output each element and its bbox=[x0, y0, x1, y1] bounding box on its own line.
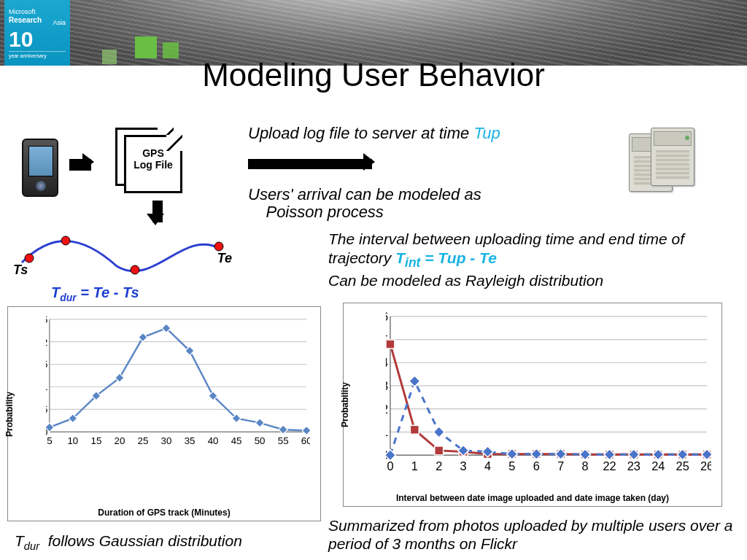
svg-text:45: 45 bbox=[231, 435, 242, 446]
svg-text:0.1: 0.1 bbox=[386, 425, 388, 438]
slide-title: Modeling User Behavior bbox=[0, 57, 747, 93]
svg-text:25: 25 bbox=[138, 435, 149, 446]
gaussian-chart: Probability Duration of GPS track (Minut… bbox=[7, 306, 321, 521]
upload-caption: Upload log file to server at time Tup bbox=[248, 124, 500, 143]
svg-text:55: 55 bbox=[278, 435, 289, 446]
slide-header: Microsoft Research Asia 10 year annivers… bbox=[0, 0, 747, 66]
svg-text:5: 5 bbox=[47, 435, 52, 446]
phone-icon bbox=[22, 139, 58, 197]
server-icon bbox=[623, 128, 703, 197]
rayleigh-chart: Probability Interval between date image … bbox=[343, 303, 722, 507]
svg-point-3 bbox=[214, 242, 223, 251]
svg-text:25: 25 bbox=[676, 459, 689, 472]
svg-text:6: 6 bbox=[533, 459, 540, 472]
svg-point-2 bbox=[131, 265, 139, 274]
svg-text:10: 10 bbox=[67, 435, 78, 446]
svg-text:7: 7 bbox=[557, 459, 564, 472]
svg-text:5: 5 bbox=[508, 459, 515, 472]
arrow-icon bbox=[69, 159, 91, 171]
svg-text:22: 22 bbox=[603, 459, 616, 472]
x-axis-label: Interval between date image uploaded and… bbox=[344, 493, 721, 503]
svg-rect-62 bbox=[435, 446, 444, 455]
svg-rect-60 bbox=[386, 340, 395, 349]
tdur-equation: Tdur = Te - Ts bbox=[51, 284, 139, 303]
svg-text:40: 40 bbox=[208, 435, 219, 446]
svg-text:15: 15 bbox=[91, 435, 102, 446]
y-axis-label: Probability bbox=[340, 382, 350, 427]
svg-text:3: 3 bbox=[460, 459, 467, 472]
svg-text:0.2: 0.2 bbox=[46, 337, 47, 348]
svg-text:0.25: 0.25 bbox=[46, 316, 47, 325]
svg-text:1: 1 bbox=[411, 459, 418, 472]
svg-text:50: 50 bbox=[255, 435, 266, 446]
svg-text:2: 2 bbox=[436, 459, 442, 472]
svg-text:24: 24 bbox=[651, 459, 665, 472]
svg-point-1 bbox=[61, 236, 70, 245]
svg-text:0.2: 0.2 bbox=[386, 402, 388, 416]
y-axis-label: Probability bbox=[4, 391, 15, 436]
svg-text:4: 4 bbox=[484, 459, 491, 472]
svg-text:26: 26 bbox=[700, 459, 711, 472]
svg-text:0.6: 0.6 bbox=[386, 312, 388, 323]
arrow-icon bbox=[248, 159, 372, 169]
arrow-icon bbox=[152, 201, 163, 222]
svg-text:23: 23 bbox=[627, 459, 640, 472]
svg-rect-61 bbox=[410, 425, 419, 434]
msra-logo: Microsoft Research Asia 10 year annivers… bbox=[4, 0, 70, 66]
svg-text:0.1: 0.1 bbox=[46, 381, 47, 392]
svg-text:8: 8 bbox=[582, 459, 589, 472]
gps-log-file-icon: GPS Log File bbox=[109, 128, 193, 197]
svg-text:0.3: 0.3 bbox=[386, 379, 388, 392]
svg-text:0.15: 0.15 bbox=[46, 359, 47, 370]
poisson-caption: Users' arrival can be modeled as Poisson… bbox=[248, 186, 481, 221]
ts-label: Ts bbox=[13, 262, 28, 278]
svg-point-0 bbox=[25, 254, 34, 262]
flickr-note: Summarized from photos uploaded by multi… bbox=[328, 516, 740, 553]
svg-text:60: 60 bbox=[301, 435, 310, 446]
x-axis-label: Duration of GPS track (Minutes) bbox=[8, 508, 320, 518]
svg-text:20: 20 bbox=[115, 435, 125, 446]
svg-text:35: 35 bbox=[185, 435, 196, 446]
svg-text:0.05: 0.05 bbox=[46, 404, 47, 415]
te-label: Te bbox=[217, 251, 232, 266]
gaussian-note: Tdur follows Gaussian distribution bbox=[15, 532, 242, 552]
trajectory-sketch: Ts Te bbox=[15, 233, 233, 277]
gps-log-label: GPS Log File bbox=[133, 147, 174, 171]
svg-text:30: 30 bbox=[161, 435, 172, 446]
interval-caption: The interval between uploading time and … bbox=[328, 230, 743, 291]
svg-text:0.4: 0.4 bbox=[386, 356, 388, 369]
svg-text:0: 0 bbox=[387, 459, 393, 472]
